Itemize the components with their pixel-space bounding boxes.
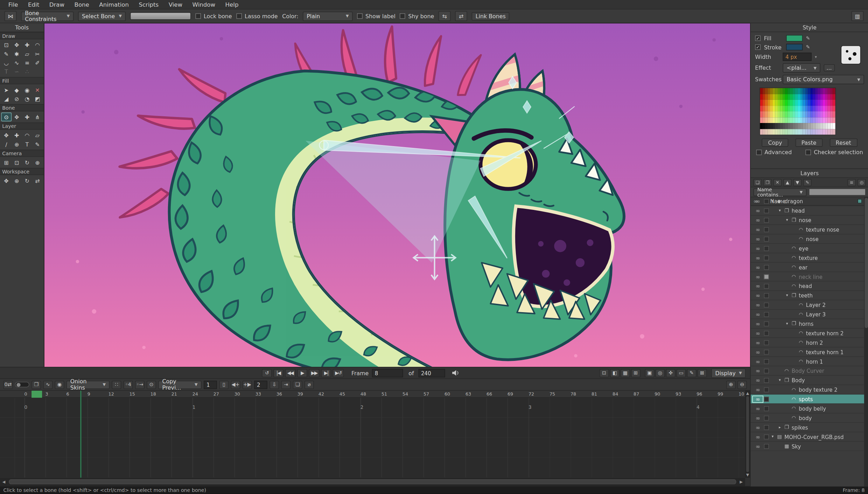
visibility-toggle-icon[interactable]: ∞ [753, 377, 763, 383]
edit-fill-icon[interactable]: ✎ [806, 35, 810, 41]
collapse-all-icon[interactable]: ≡ [847, 179, 856, 186]
frame-ruler[interactable]: 0369121518212427303336394245485154576063… [0, 391, 745, 398]
layer-row-body-texture-2[interactable]: ∞◠body texture 2 [751, 385, 864, 394]
palette-swatch[interactable] [833, 117, 835, 123]
layer-row-layer-3[interactable]: ∞◠Layer 3 [751, 310, 864, 319]
grid-snap-icon[interactable]: ∷ [112, 380, 121, 389]
palette-swatch[interactable] [790, 111, 793, 117]
palette-swatch[interactable] [805, 129, 808, 135]
palette-swatch[interactable] [815, 129, 818, 135]
layer-edit-checkbox[interactable] [764, 368, 769, 373]
layer-reference-icon[interactable]: ◎ [858, 179, 866, 186]
palette-swatch[interactable] [808, 117, 810, 123]
palette-swatch[interactable] [803, 129, 805, 135]
layer-row-moho-cover-rgb-psd[interactable]: ∞▾▤MOHO-Cover_RGB.psd [751, 432, 864, 442]
palette-swatch[interactable] [785, 100, 788, 106]
visibility-toggle-icon[interactable]: ∞ [753, 245, 763, 251]
palette-swatch[interactable] [760, 88, 763, 94]
palette-swatch[interactable] [810, 117, 813, 123]
menu-item-bone[interactable]: Bone [69, 1, 94, 8]
palette-swatch[interactable] [818, 111, 820, 117]
layer-edit-checkbox[interactable] [764, 227, 769, 232]
timeline-zoom-out-icon[interactable]: ⊖ [737, 380, 747, 389]
palette-swatch[interactable] [763, 123, 765, 129]
palette-swatch[interactable] [815, 111, 818, 117]
bone-constraints-dropdown[interactable]: Bone Constraints▼ [21, 11, 74, 21]
palette-swatch[interactable] [785, 117, 788, 123]
layer-row-dragon[interactable]: ∞▾◆dragon [751, 197, 864, 206]
layer-edit-checkbox[interactable] [764, 312, 769, 317]
menu-item-animation[interactable]: Animation [94, 1, 134, 8]
palette-swatch[interactable] [780, 94, 783, 100]
bone-color-swatch[interactable] [130, 12, 191, 20]
palette-swatch[interactable] [768, 117, 770, 123]
palette-swatch[interactable] [825, 129, 828, 135]
palette-swatch[interactable] [785, 111, 788, 117]
palette-swatch[interactable] [788, 88, 790, 94]
layer-row-teeth[interactable]: ∞▾❐teeth [751, 291, 864, 300]
palette-swatch[interactable] [772, 100, 775, 106]
palette-swatch[interactable] [798, 105, 800, 111]
palette-swatch[interactable] [780, 129, 783, 135]
palette-swatch[interactable] [765, 105, 768, 111]
tool-rotate-layer[interactable]: ◠ [22, 131, 32, 139]
layer-row-body-curver[interactable]: ∞◠Body Curver [751, 366, 864, 376]
menu-item-view[interactable]: View [163, 1, 187, 8]
palette-swatch[interactable] [772, 105, 775, 111]
layer-edit-checkbox[interactable] [764, 321, 769, 326]
tool-pan-tilt-camera[interactable]: ⊕ [32, 158, 43, 167]
visibility-toggle-icon[interactable]: ∞ [753, 415, 763, 421]
layer-edit-checkbox[interactable] [764, 330, 769, 335]
palette-swatch[interactable] [785, 129, 788, 135]
vscroll-thumb[interactable] [746, 396, 749, 472]
palette-swatch[interactable] [800, 105, 803, 111]
layer-edit-checkbox[interactable] [764, 274, 769, 279]
palette-swatch[interactable] [795, 100, 798, 106]
timeline-zoom-in-icon[interactable]: ⊕ [726, 380, 736, 389]
palette-swatch[interactable] [798, 88, 800, 94]
palette-swatch[interactable] [818, 100, 820, 106]
layer-edit-checkbox[interactable] [764, 349, 769, 354]
palette-swatch[interactable] [765, 117, 768, 123]
palette-swatch[interactable] [825, 117, 828, 123]
layer-row-body[interactable]: ∞▾❐Body [751, 376, 864, 385]
palette-swatch[interactable] [780, 117, 783, 123]
palette-swatch[interactable] [765, 111, 768, 117]
palette-swatch[interactable] [775, 129, 778, 135]
layer-edit-checkbox[interactable] [764, 444, 769, 448]
palette-swatch[interactable] [775, 94, 778, 100]
palette-swatch[interactable] [770, 129, 772, 135]
view-layout-grid-icon[interactable]: ▦ [621, 369, 630, 377]
palette-swatch[interactable] [778, 117, 780, 123]
palette-swatch[interactable] [788, 94, 790, 100]
palette-swatch[interactable] [833, 111, 835, 117]
palette-swatch[interactable] [800, 100, 803, 106]
canvas-viewport[interactable] [44, 23, 750, 367]
palette-swatch[interactable] [763, 94, 765, 100]
tool-draw-shape[interactable]: ▱ [22, 49, 32, 58]
bone-color-dropdown[interactable]: Plain▼ [303, 11, 352, 21]
palette-swatch[interactable] [763, 88, 765, 94]
effect-more-button[interactable]: ... [824, 64, 834, 71]
palette-swatch[interactable] [833, 123, 835, 129]
transport-jump-end-icon[interactable]: ▶| [321, 369, 331, 377]
shift-keys-left-icon[interactable]: ◀+ [231, 380, 240, 389]
overlay-mask-icon[interactable]: ▭ [677, 369, 686, 377]
visibility-toggle-icon[interactable]: ∞ [753, 255, 763, 261]
tool-shear-layer[interactable]: ▱ [32, 131, 43, 139]
palette-swatch[interactable] [808, 123, 810, 129]
visibility-toggle-icon[interactable]: ∞ [753, 198, 763, 204]
tool-roll-camera[interactable]: ↻ [22, 158, 32, 167]
palette-swatch[interactable] [795, 129, 798, 135]
palette-swatch[interactable] [803, 105, 805, 111]
tool-follow-path[interactable]: ∕ [1, 140, 12, 149]
tool-select-bone[interactable]: ⊙ [1, 112, 12, 121]
tool-transform-points[interactable]: ✥ [12, 40, 22, 49]
expand-arrow-icon[interactable]: ▸ [779, 425, 784, 430]
shift-keys-right-icon[interactable]: +▶ [243, 380, 252, 389]
layer-row-head[interactable]: ∞◠head [751, 281, 864, 291]
tool-zoom-camera[interactable]: ⊡ [12, 158, 22, 167]
palette-swatch[interactable] [760, 100, 763, 106]
palette-swatch[interactable] [760, 129, 763, 135]
palette-swatch[interactable] [820, 117, 823, 123]
